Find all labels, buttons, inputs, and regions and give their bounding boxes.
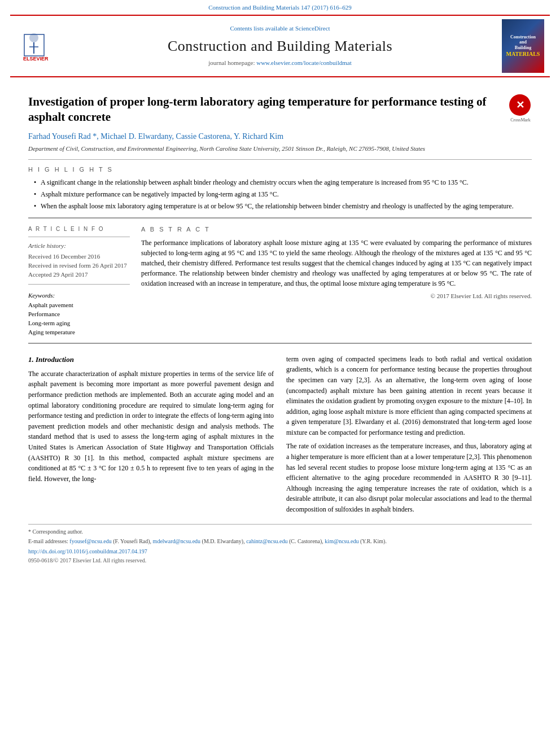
email1-name: (F. Yousefi Rad), <box>113 538 151 544</box>
email3-name: (C. Castorena), <box>289 538 323 544</box>
cover-title-line3: Building <box>515 45 531 51</box>
divider-3 <box>28 343 532 344</box>
keywords-divider <box>28 284 130 285</box>
keyword-2: Performance <box>28 310 130 319</box>
info-divider <box>28 237 130 237</box>
body-col2-para1: term oven aging of compacted specimens l… <box>286 354 532 438</box>
journal-header-right: Construction and Building MATERIALS <box>488 19 544 73</box>
highlight-item-1: A significant change in the relationship… <box>34 178 532 187</box>
top-citation-text: Construction and Building Materials 147 … <box>208 4 352 11</box>
doi-link[interactable]: http://dx.doi.org/10.1016/j.conbuildmat.… <box>28 548 147 554</box>
keyword-4: Aging temperature <box>28 328 130 337</box>
email-label: E-mail addresses: <box>28 538 68 544</box>
info-abstract-section: A R T I C L E I N F O Article history: R… <box>28 225 532 337</box>
abstract-text: The performance implications of laborato… <box>141 238 532 289</box>
article-history: Article history: Received 16 December 20… <box>28 242 130 279</box>
issn-row: 0950-0618/© 2017 Elsevier Ltd. All right… <box>28 557 532 565</box>
journal-header-left: ELSEVIER <box>16 19 72 73</box>
svg-text:ELSEVIER: ELSEVIER <box>23 56 49 62</box>
body-col-2: term oven aging of compacted specimens l… <box>286 354 532 518</box>
svg-point-1 <box>29 33 38 42</box>
journal-cover-image: Construction and Building MATERIALS <box>502 19 544 73</box>
email3-link[interactable]: cahintz@ncsu.edu <box>246 538 287 544</box>
cover-materials-label: MATERIALS <box>506 50 540 58</box>
body-col-1: 1. Introduction The accurate characteriz… <box>28 354 274 518</box>
email1-link[interactable]: fyousef@ncsu.edu <box>69 538 111 544</box>
body-two-col: 1. Introduction The accurate characteriz… <box>28 354 532 518</box>
highlight-item-3: When the asphalt loose mix laboratory ag… <box>34 202 532 211</box>
homepage-url: www.elsevier.com/locate/conbuildmat <box>256 59 352 66</box>
crossmark-badge: ✕ CrossMark <box>509 94 532 117</box>
top-citation-bar: Construction and Building Materials 147 … <box>0 0 560 15</box>
content-area: Investigation of proper long-term labora… <box>0 77 560 576</box>
accepted-date: Accepted 29 April 2017 <box>28 270 130 279</box>
doi-row: http://dx.doi.org/10.1016/j.conbuildmat.… <box>28 548 532 556</box>
article-info-label: A R T I C L E I N F O <box>28 225 130 234</box>
body-col1-para1: The accurate characterization of asphalt… <box>28 369 274 484</box>
abstract-col: A B S T R A C T The performance implicat… <box>141 225 532 337</box>
article-info-col: A R T I C L E I N F O Article history: R… <box>28 225 130 337</box>
keywords-label: Keywords: <box>28 292 55 299</box>
highlights-list: A significant change in the relationship… <box>28 178 532 212</box>
cover-title-line1: Construction <box>510 34 536 40</box>
footer-area: * Corresponding author. E-mail addresses… <box>28 524 532 565</box>
journal-header: ELSEVIER Contents lists available at Sci… <box>10 15 550 77</box>
revised-date: Received in revised form 26 April 2017 <box>28 261 130 270</box>
email4-name: (Y.R. Kim). <box>360 538 387 544</box>
journal-main-title: Construction and Building Materials <box>72 36 488 57</box>
sciencedirect-link[interactable]: ScienceDirect <box>295 25 330 32</box>
email-row: E-mail addresses: fyousef@ncsu.edu (F. Y… <box>28 538 532 546</box>
email2-link[interactable]: mdelward@ncsu.edu <box>153 538 200 544</box>
corresponding-note-text: * Corresponding author. <box>28 528 83 535</box>
keyword-3: Long-term aging <box>28 319 130 328</box>
crossmark-icon: ✕ <box>509 94 531 116</box>
body-section: 1. Introduction The accurate characteriz… <box>28 354 532 518</box>
body-col2-para2: The rate of oxidation increases as the t… <box>286 441 532 514</box>
received-date: Received 16 December 2016 <box>28 252 130 261</box>
homepage-label: journal homepage: <box>208 59 255 66</box>
authors-line: Farhad Yousefi Rad *, Michael D. Elwarda… <box>28 131 532 142</box>
divider-1 <box>28 159 532 160</box>
page: Construction and Building Materials 147 … <box>0 0 560 747</box>
elsevier-logo-icon: ELSEVIER <box>21 29 67 63</box>
article-title: Investigation of proper long-term labora… <box>28 94 498 125</box>
section-1-heading: 1. Introduction <box>28 354 274 365</box>
corresponding-note: * Corresponding author. <box>28 528 532 536</box>
copyright-line: © 2017 Elsevier Ltd. All rights reserved… <box>141 292 532 301</box>
divider-2 <box>28 217 532 219</box>
cover-title-line2: and <box>519 40 527 45</box>
abstract-label: A B S T R A C T <box>141 225 532 234</box>
article-title-section: Investigation of proper long-term labora… <box>28 94 532 125</box>
keyword-1: Asphalt pavement <box>28 301 130 310</box>
journal-header-center: Contents lists available at ScienceDirec… <box>72 19 488 73</box>
journal-homepage: journal homepage: www.elsevier.com/locat… <box>72 59 488 68</box>
affiliations: Department of Civil, Construction, and E… <box>28 145 532 154</box>
highlight-item-2: Asphalt mixture performance can be negat… <box>34 190 532 199</box>
crossmark-label: CrossMark <box>509 117 532 124</box>
highlights-section: H I G H L I G H T S A significant change… <box>28 165 532 212</box>
sciencedirect-line: Contents lists available at ScienceDirec… <box>72 24 488 33</box>
email2-name: (M.D. Elwardany), <box>202 538 245 544</box>
contents-label: Contents lists available at <box>230 25 294 32</box>
history-label: Article history: <box>28 242 130 251</box>
email4-link[interactable]: kim@ncsu.edu <box>325 538 358 544</box>
keywords-section: Keywords: Asphalt pavement Performance L… <box>28 290 130 337</box>
highlights-label: H I G H L I G H T S <box>28 165 532 174</box>
